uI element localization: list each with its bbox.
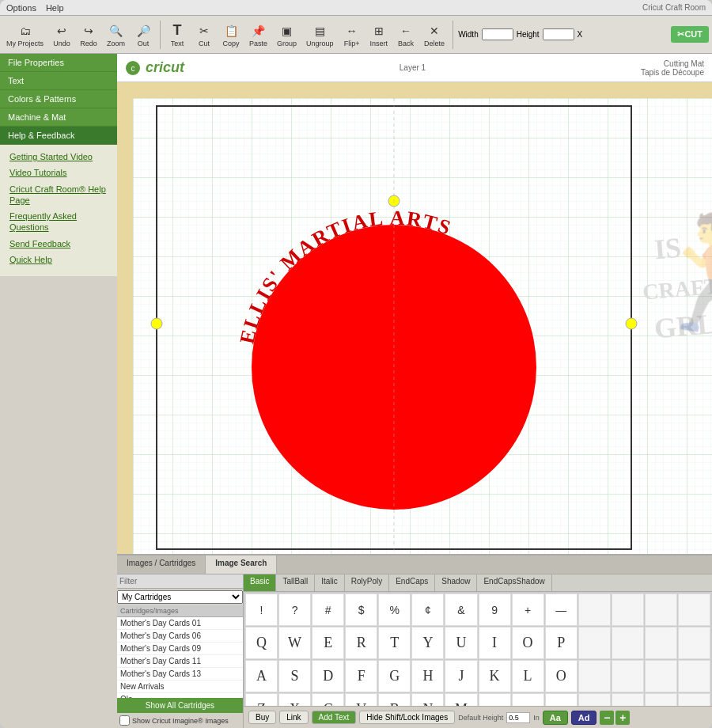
char-cell[interactable]: Y: [411, 627, 444, 659]
cartridge-list[interactable]: Mother's Day Cards 01 Mother's Day Cards…: [117, 617, 243, 698]
char-cell[interactable]: [612, 593, 644, 626]
toolbar-paste[interactable]: 📌 Paste: [246, 21, 271, 49]
link-button[interactable]: Link: [279, 711, 308, 724]
char-cell[interactable]: K: [479, 660, 511, 692]
char-cell[interactable]: 9: [479, 593, 511, 626]
menu-help[interactable]: Help: [46, 3, 64, 13]
style-tab-endcapsshadow[interactable]: EndCapsShadow: [477, 574, 551, 591]
sidebar-item-text[interactable]: Text: [0, 72, 117, 90]
sidebar-item-machine-mat[interactable]: Machine & Mat: [0, 108, 117, 127]
char-cell[interactable]: [678, 660, 710, 692]
char-cell[interactable]: G: [378, 660, 411, 692]
style-tab-endcaps[interactable]: EndCaps: [389, 574, 435, 591]
style-tab-shadow[interactable]: Shadow: [435, 574, 477, 591]
minus-button[interactable]: −: [600, 711, 614, 725]
link-send-feedback[interactable]: Send Feedback: [9, 238, 108, 249]
sidebar-item-colors-patterns[interactable]: Colors & Patterns: [0, 90, 117, 108]
char-cell[interactable]: [612, 627, 644, 659]
style-tab-tallball[interactable]: TallBall: [276, 574, 315, 591]
tab-image-search[interactable]: Image Search: [206, 555, 277, 574]
font-size-btn-1[interactable]: Aa: [543, 711, 568, 725]
char-cell[interactable]: [612, 660, 644, 692]
sidebar-item-file-properties[interactable]: File Properties: [0, 54, 117, 72]
char-cell[interactable]: Z: [245, 693, 278, 706]
char-cell[interactable]: C: [312, 693, 344, 706]
width-input[interactable]: [482, 28, 513, 40]
toolbar-back[interactable]: ← Back: [394, 21, 418, 49]
toolbar-ungroup[interactable]: ▤ Ungroup: [303, 21, 337, 49]
toolbar-zoom-out[interactable]: 🔎 Out: [131, 21, 155, 49]
show-cricut-checkbox[interactable]: [119, 715, 130, 726]
link-video-tutorials[interactable]: Video Tutorials: [9, 167, 108, 178]
char-cell[interactable]: U: [445, 627, 477, 659]
toolbar-delete[interactable]: ✕ Delete: [421, 21, 448, 49]
char-cell[interactable]: M: [445, 693, 477, 706]
font-size-btn-2[interactable]: Ad: [571, 711, 597, 725]
toolbar-zoom[interactable]: 🔍 Zoom: [104, 21, 128, 49]
char-cell[interactable]: !: [245, 593, 278, 626]
char-cell[interactable]: X: [278, 693, 311, 706]
char-cell[interactable]: ~~~: [479, 693, 511, 706]
link-getting-started[interactable]: Getting Started Video: [9, 151, 108, 162]
sidebar-item-help-feedback[interactable]: Help & Feedback: [0, 127, 117, 145]
tab-images-cartridges[interactable]: Images / Cartridges: [117, 555, 206, 574]
char-cell[interactable]: #: [312, 593, 344, 626]
char-cell[interactable]: ¢: [411, 593, 444, 626]
list-item[interactable]: Mother's Day Cards 06: [117, 630, 243, 643]
char-cell[interactable]: Q: [245, 627, 278, 659]
cut-button[interactable]: ✂CUT: [671, 26, 709, 43]
char-cell[interactable]: —: [545, 693, 578, 706]
char-cell[interactable]: [645, 660, 677, 692]
char-cell[interactable]: E: [312, 627, 344, 659]
char-cell[interactable]: [645, 693, 677, 706]
char-cell[interactable]: T: [378, 627, 411, 659]
list-item[interactable]: Mother's Day Cards 11: [117, 655, 243, 668]
link-faq[interactable]: Frequently Asked Questions: [9, 210, 108, 233]
show-all-button[interactable]: Show All Cartridges: [117, 698, 243, 713]
char-cell[interactable]: O: [545, 660, 578, 692]
list-item[interactable]: Mother's Day Cards 01: [117, 617, 243, 630]
style-tab-basic[interactable]: Basic: [244, 574, 276, 591]
char-cell[interactable]: [678, 693, 710, 706]
char-cell[interactable]: —: [545, 593, 578, 626]
style-tab-italic[interactable]: Italic: [315, 574, 345, 591]
char-cell[interactable]: [578, 693, 611, 706]
char-cell[interactable]: %: [378, 593, 411, 626]
char-cell[interactable]: W: [278, 627, 311, 659]
char-cell[interactable]: [645, 627, 677, 659]
link-quick-help[interactable]: Quick Help: [9, 254, 108, 265]
list-item[interactable]: New Arrivals: [117, 681, 243, 693]
list-item[interactable]: Mother's Day Cards 09: [117, 643, 243, 655]
char-cell[interactable]: D: [312, 660, 344, 692]
link-craft-room-help[interactable]: Cricut Craft Room® Help Page: [9, 184, 108, 207]
height-input[interactable]: [543, 28, 574, 40]
char-cell[interactable]: [612, 693, 644, 706]
toolbar-text[interactable]: T Text: [165, 21, 189, 49]
char-cell[interactable]: L: [512, 660, 544, 692]
toolbar-undo[interactable]: ↩ Undo: [50, 21, 74, 49]
toolbar-redo[interactable]: ↪ Redo: [77, 21, 100, 49]
filter-select[interactable]: My Cartridges: [117, 590, 243, 604]
char-cell[interactable]: &: [445, 593, 477, 626]
grid-canvas[interactable]: ELLIS' MARTIAL ARTS IS CRAFTY GRL: [133, 98, 712, 554]
toolbar-group[interactable]: ▣ Group: [274, 21, 300, 49]
buy-button[interactable]: Buy: [248, 711, 276, 724]
char-cell[interactable]: V: [345, 693, 377, 706]
char-cell[interactable]: I: [479, 627, 511, 659]
char-cell[interactable]: A: [245, 660, 278, 692]
char-cell[interactable]: [578, 593, 611, 626]
char-cell[interactable]: H: [411, 660, 444, 692]
char-cell[interactable]: N: [411, 693, 444, 706]
toolbar-insert[interactable]: ⊞ Insert: [367, 21, 392, 49]
char-cell[interactable]: ?: [278, 593, 311, 626]
char-cell[interactable]: [578, 660, 611, 692]
char-cell[interactable]: [578, 627, 611, 659]
list-item[interactable]: Mother's Day Cards 13: [117, 668, 243, 681]
char-cell[interactable]: R: [345, 627, 377, 659]
toolbar-flip[interactable]: ↔ Flip+: [340, 21, 364, 49]
char-cell[interactable]: B: [378, 693, 411, 706]
char-cell[interactable]: +: [512, 593, 544, 626]
plus-button[interactable]: +: [615, 711, 630, 725]
char-cell[interactable]: S: [278, 660, 311, 692]
char-cell[interactable]: $: [345, 593, 377, 626]
